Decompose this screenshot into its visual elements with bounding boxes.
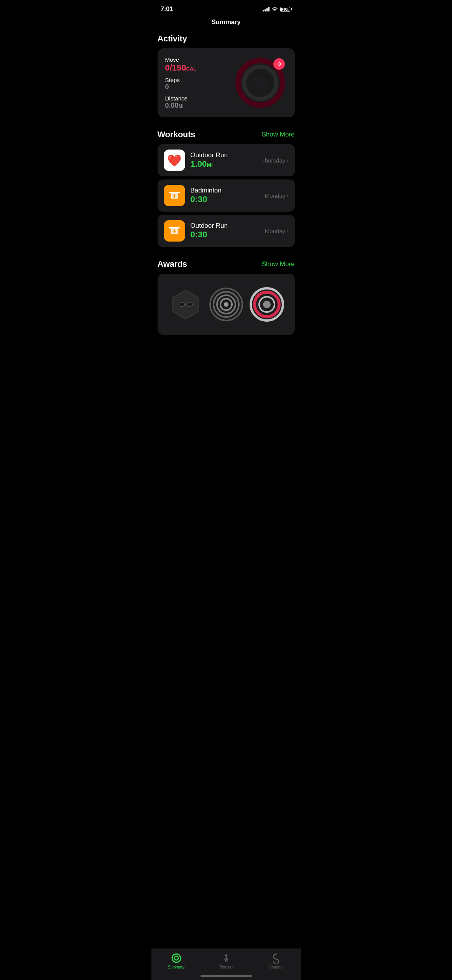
svg-point-19: [224, 302, 228, 307]
status-bar: 7:01 100: [151, 0, 301, 16]
move-stat: Move 0/150CAL: [165, 56, 197, 73]
awards-card[interactable]: [158, 274, 295, 335]
svg-point-2: [250, 73, 270, 93]
steps-stat: Steps 0: [165, 77, 197, 91]
workout-meta-2: Monday ›: [265, 228, 289, 234]
distance-unit: MI: [179, 104, 184, 109]
workout-card-2[interactable]: Outdoor Run 0:30 Monday ›: [158, 215, 295, 247]
heart-icon: ❤️: [167, 154, 181, 167]
scale-svg-2: [168, 224, 181, 238]
workout-info-1: Badminton 0:30: [191, 187, 260, 204]
move-value: 0/150: [165, 63, 186, 72]
distance-stat: Distance 0.00MI: [165, 95, 197, 110]
workouts-section: Workouts Show More ❤️ Outdoor Run 1.00MI…: [158, 130, 295, 247]
svg-rect-3: [169, 192, 180, 193]
workout-icon-0: ❤️: [164, 150, 185, 171]
award-item-1: [207, 283, 245, 326]
awards-title: Awards: [158, 259, 187, 269]
scroll-content: Activity Move 0/150CAL Steps 0 Distance …: [151, 34, 301, 381]
workout-icon-1: [164, 185, 185, 206]
award-item-2: [248, 283, 286, 326]
activity-arrow-button[interactable]: [273, 58, 285, 70]
arrow-right-icon: [276, 61, 282, 67]
workout-meta-1: Monday ›: [265, 192, 289, 199]
award-pink-svg: [250, 287, 284, 322]
status-icons: 100: [263, 7, 292, 12]
battery-icon: 100: [280, 7, 292, 12]
chevron-icon-1: ›: [287, 193, 288, 199]
svg-rect-7: [169, 227, 180, 229]
workout-card-0[interactable]: ❤️ Outdoor Run 1.00MI Thursday ›: [158, 144, 295, 176]
awards-section: Awards Show More: [158, 259, 295, 335]
svg-point-12: [179, 302, 185, 307]
svg-point-23: [263, 301, 271, 308]
distance-value: 0.00: [165, 102, 179, 109]
svg-point-13: [186, 302, 192, 307]
chevron-icon-0: ›: [287, 158, 288, 163]
workout-info-0: Outdoor Run 1.00MI: [191, 151, 256, 169]
chevron-icon-2: ›: [287, 228, 288, 234]
workout-card-1[interactable]: Badminton 0:30 Monday ›: [158, 179, 295, 212]
activity-title: Activity: [158, 34, 187, 44]
award-item-0: [166, 283, 205, 326]
workouts-show-more-button[interactable]: Show More: [262, 131, 295, 138]
signal-icon: [263, 7, 270, 12]
workouts-title: Workouts: [158, 130, 196, 140]
award-circles-svg: [209, 287, 243, 322]
workout-info-2: Outdoor Run 0:30: [191, 222, 260, 240]
activity-stats: Move 0/150CAL Steps 0 Distance 0.00MI: [165, 56, 197, 110]
activity-section-header: Activity: [158, 34, 295, 44]
activity-card[interactable]: Move 0/150CAL Steps 0 Distance 0.00MI: [158, 48, 295, 117]
workout-meta-0: Thursday ›: [261, 157, 289, 164]
scale-svg-1: [168, 189, 181, 202]
wifi-icon: [272, 7, 278, 12]
steps-value: 0: [165, 83, 197, 91]
page-title: Summary: [151, 16, 301, 34]
status-time: 7:01: [161, 5, 173, 13]
workout-icon-2: [164, 220, 185, 242]
move-unit: CAL: [186, 66, 197, 72]
activity-ring: [233, 56, 287, 110]
awards-show-more-button[interactable]: Show More: [262, 260, 295, 268]
workouts-section-header: Workouts Show More: [158, 130, 295, 140]
award-pentagon-svg: [170, 288, 201, 321]
awards-section-header: Awards Show More: [158, 259, 295, 269]
